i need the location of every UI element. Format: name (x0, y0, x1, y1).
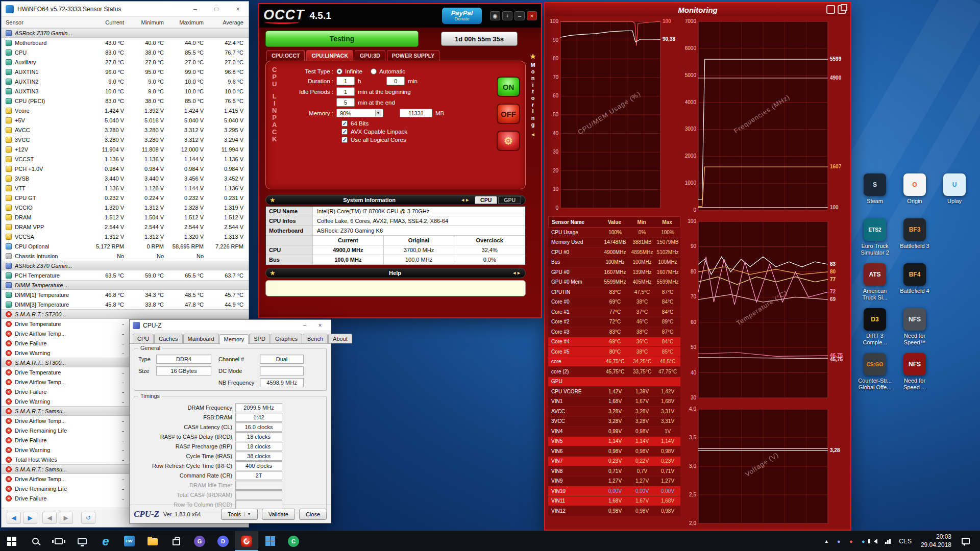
timing-value[interactable]: 2T (235, 471, 282, 480)
desktop-icon-battlefield-3[interactable]: BF3Battlefield 3 (895, 218, 934, 249)
sensor-row[interactable]: PCH Temperature63.5 °C59.0 °C65.5 °C63.7… (2, 270, 249, 280)
sensor-row-cpu-0[interactable]: CPU #04900MHz4895MHz5102MHz (548, 247, 680, 258)
sensor-group-row[interactable]: ASRock Z370 Gamin... (2, 28, 249, 38)
nav-right-button[interactable]: ▶ (23, 512, 37, 524)
sensor-row[interactable]: CPU Optional5,172 RPM0 RPM58,695 RPM7,22… (2, 241, 249, 251)
chart-options-icon[interactable] (826, 5, 835, 14)
sensor-row-core[interactable]: core46,75°C34,25°C48,5°C (548, 357, 680, 367)
sensor-column-max[interactable]: Max (654, 219, 680, 225)
sensor-row-bus[interactable]: Bus100MHz100MHz100MHz (548, 258, 680, 268)
sensor-row[interactable]: DIMM[1] Temperature46.8 °C34.3 °C48.5 °C… (2, 290, 249, 299)
sensor-row[interactable]: DIMM[3] Temperature45.8 °C33.8 °C47.8 °C… (2, 299, 249, 309)
sensor-row[interactable]: 3VCC3.280 V3.280 V3.312 V3.294 V (2, 135, 249, 144)
duration-minutes-input[interactable]: 0 (386, 77, 405, 85)
sensor-row-vin9[interactable]: VIN91,27V1,27V1,27V (548, 477, 680, 487)
desktop-icon-uplay[interactable]: UUplay (935, 173, 974, 205)
hwinfo-maximize-button[interactable]: □ (206, 2, 227, 17)
timing-value[interactable]: 18 clocks (235, 442, 282, 451)
sensor-row[interactable]: AUXTIN29.0 °C9.0 °C10.0 °C9.6 °C (2, 77, 249, 86)
desktop-icon-need-for-speed-payback[interactable]: NFSNeed for Speed ... (895, 353, 934, 390)
idle-begin-input[interactable]: 1 (336, 87, 355, 96)
checkbox-avx-capable-linpack[interactable]: ✓AVX Capable Linpack (341, 129, 493, 135)
sensor-row-gpu-0-mem[interactable]: GPU #0 Mem5599MHz405MHz5599MHz (548, 278, 680, 288)
sensor-row[interactable]: DRAM1.512 V1.504 V1.512 V1.512 V (2, 212, 249, 222)
timing-value[interactable]: 2099.5 MHz (235, 403, 282, 412)
start-test-button[interactable]: ON (497, 77, 520, 97)
tab-gpu-3d[interactable]: GPU:3D (355, 50, 385, 61)
taskbar-gog[interactable]: G (188, 531, 211, 551)
language-indicator[interactable]: CES (895, 538, 916, 545)
desktop-icon-steam[interactable]: SSteam (855, 173, 894, 205)
sysinfo-tab-cpu[interactable]: CPU (475, 196, 497, 204)
sensor-row-gpu-0[interactable]: GPU #01607MHz139MHz1607MHz (548, 267, 680, 278)
field-value[interactable]: 16 GBytes (156, 366, 211, 375)
taskbar-hwinfo[interactable]: HW (117, 531, 141, 551)
hwinfo-close-button[interactable]: × (227, 2, 249, 17)
sensor-group-row[interactable]: ×S.M.A.R.T.: ST200... (2, 309, 249, 319)
sensor-row-vin1[interactable]: VIN11,68V1,67V1,68V (548, 397, 680, 407)
sensor-row[interactable]: 3VSB3.440 V3.440 V3.456 V3.452 V (2, 173, 249, 183)
field-value[interactable]: 4598.9 MHz (260, 378, 304, 387)
sensor-row-core-5[interactable]: Core #580°C38°C85°C (548, 347, 680, 357)
desktop-icon-origin[interactable]: OOrigin (895, 173, 934, 205)
tray-volume[interactable] (869, 531, 881, 551)
cpuz-close-button[interactable]: × (312, 322, 328, 329)
sensor-row[interactable]: AUXTIN310.0 °C9.0 °C10.0 °C10.0 °C (2, 86, 249, 96)
sensor-row[interactable]: Chassis IntrusionNoNoNo (2, 251, 249, 261)
timing-value[interactable]: 38 clocks (235, 452, 282, 461)
column-header-maximum[interactable]: Maximum (169, 19, 209, 26)
sensor-row-core-0[interactable]: Core #069°C38°C84°C (548, 297, 680, 308)
tray-discord[interactable]: ● (832, 531, 845, 551)
tab-cpu-linpack[interactable]: CPU:LINPACK (306, 50, 353, 61)
sensor-row-avcc[interactable]: AVCC3,28V3,28V3,31V (548, 407, 680, 417)
page-right-button[interactable]: ▶ (59, 512, 73, 524)
sensor-row-cpu-usage[interactable]: CPU Usage100%0%100% (548, 228, 680, 238)
sensor-row[interactable]: VCCST1.136 V1.136 V1.144 V1.136 V (2, 154, 249, 164)
cpuz-tab-spd[interactable]: SPD (249, 334, 270, 343)
checkbox-64-bits[interactable]: ✓64 Bits (341, 120, 493, 127)
reset-values-button[interactable]: ↺ (81, 512, 95, 524)
taskbar-task-view[interactable] (47, 531, 70, 551)
sensor-row-3vcc[interactable]: 3VCC3,28V3,28V3,31V (548, 417, 680, 427)
taskbar-edge[interactable]: e (94, 531, 117, 551)
timing-value[interactable] (235, 500, 282, 509)
timing-value[interactable]: 400 clocks (235, 461, 282, 470)
collapse-arrows-icon[interactable]: ◄► (460, 197, 470, 203)
radio-automatic[interactable]: Automatic (371, 68, 405, 74)
taskbar-store[interactable] (164, 531, 188, 551)
help-header[interactable]: ★ Help ◄► (265, 268, 526, 278)
action-center-button[interactable] (957, 531, 975, 551)
sensor-row[interactable]: AVCC3.280 V3.280 V3.312 V3.295 V (2, 125, 249, 135)
sensor-group-row[interactable]: ASRock Z370 Gamin... (2, 261, 249, 270)
cpuz-titlebar[interactable]: CPU-Z – × (130, 320, 331, 331)
sensor-row-core-4[interactable]: Core #469°C36°C84°C (548, 337, 680, 347)
tray-sync[interactable]: ● (857, 531, 869, 551)
sensor-row-memory-used[interactable]: Memory Used14748MB3881MB15079MB (548, 238, 680, 248)
popout-window-icon[interactable] (838, 5, 846, 14)
sensor-row[interactable]: VCCSA1.312 V1.312 V1.320 V1.313 V (2, 232, 249, 241)
sensor-row-cpu-vcore[interactable]: CPU VCORE1,42V1,39V1,42V (548, 387, 680, 397)
occt-minimize-button[interactable]: – (514, 11, 525, 20)
radio-infinite[interactable]: Infinite (336, 68, 362, 74)
sensor-row-core-1[interactable]: Core #177°C37°C84°C (548, 307, 680, 317)
stop-test-button[interactable]: OFF (497, 104, 520, 124)
tab-cpu-occt[interactable]: CPU:OCCT (266, 50, 305, 61)
taskbar-cpuid[interactable] (258, 531, 282, 551)
desktop-icon-euro-truck-simulator-2[interactable]: ETS2Euro Truck Simulator 2 (855, 218, 894, 256)
monitoring-side-toggle[interactable]: ★ Monitoring ◄ (528, 53, 538, 138)
cpuz-tab-about[interactable]: About (328, 334, 352, 343)
occt-titlebar[interactable]: OCCT 4.5.1 PayPal Donate ◉ + – × (259, 4, 541, 28)
taskbar-this-pc[interactable] (70, 531, 94, 551)
sensor-group-row[interactable]: DIMM Temperature ... (2, 280, 249, 290)
desktop-icon-csgo[interactable]: CS:GOCounter-Str... Global Offe... (855, 353, 894, 390)
sensor-row[interactable]: PCH +1.0V0.984 V0.984 V0.984 V0.984 V (2, 164, 249, 173)
sensor-column-min[interactable]: Min (629, 219, 654, 225)
idle-end-input[interactable]: 5 (336, 98, 355, 107)
settings-button[interactable]: ⚙ (497, 131, 520, 151)
cpuz-minimize-button[interactable]: – (297, 322, 312, 329)
sensor-row-core-2[interactable]: Core #272°C46°C89°C (548, 317, 680, 328)
column-header-average[interactable]: Average (209, 19, 249, 26)
cpuz-tab-bench[interactable]: Bench (303, 334, 328, 343)
taskbar-occt[interactable] (235, 531, 258, 551)
sensor-row[interactable]: Motherboard43.0 °C40.0 °C44.0 °C42.4 °C (2, 38, 249, 47)
